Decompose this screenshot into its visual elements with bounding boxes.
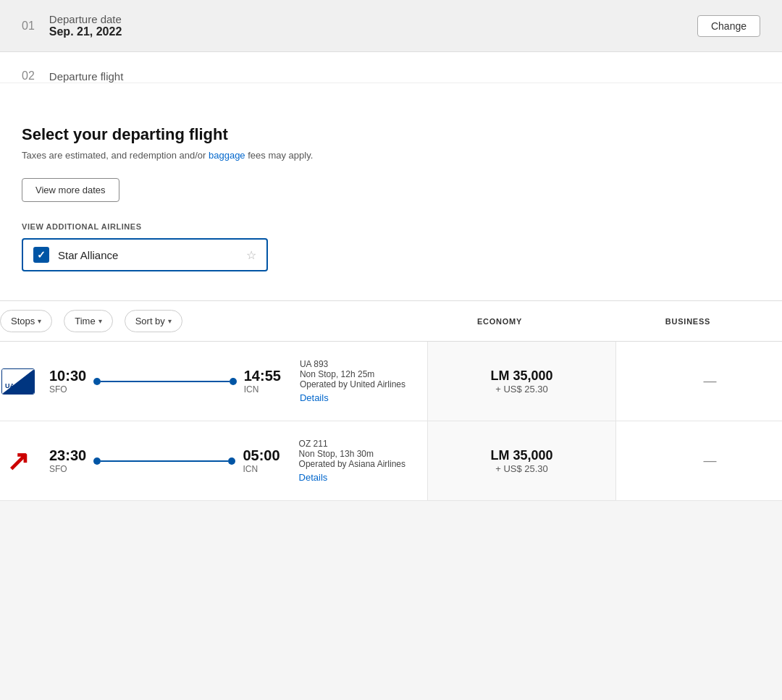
flight-details-block: OZ 211 Non Stop, 13h 30m Operated by Asi… xyxy=(299,439,405,483)
depart-time: 10:30 xyxy=(49,368,86,384)
star-icon[interactable]: ☆ xyxy=(246,248,256,262)
business-price: — xyxy=(704,453,717,468)
table-row: ↗ 23:30 SFO 05:00 ICN OZ 211 Non xyxy=(0,421,782,501)
step02-label: Departure flight xyxy=(49,70,124,83)
arrive-airport: ICN xyxy=(244,384,281,395)
flight-number: UA 893 xyxy=(300,359,405,369)
stops-chevron-icon: ▾ xyxy=(38,317,41,325)
depart-time-block: 23:30 SFO xyxy=(49,447,86,474)
star-alliance-checkbox[interactable] xyxy=(33,247,49,263)
col-header-business: BUSINESS xyxy=(594,317,782,326)
business-cell[interactable]: — xyxy=(615,342,782,421)
svg-text:UA: UA xyxy=(5,382,14,389)
star-alliance-name: Star Alliance xyxy=(58,249,237,261)
view-dates-button[interactable]: View more dates xyxy=(22,178,119,202)
line-dot-right xyxy=(228,457,235,465)
flight-details-block: UA 893 Non Stop, 12h 25m Operated by Uni… xyxy=(300,359,405,403)
business-cell[interactable]: — xyxy=(615,421,782,500)
flight-stop: Non Stop, 13h 30m xyxy=(299,449,405,459)
line-dot-left xyxy=(93,457,101,465)
baggage-link[interactable]: baggage xyxy=(209,150,245,161)
star-alliance-box[interactable]: Star Alliance ☆ xyxy=(22,238,268,271)
step01-section: 01 Departure date Sep. 21, 2022 Change xyxy=(0,0,782,52)
arrive-time: 05:00 xyxy=(243,447,279,464)
sort-chevron-icon: ▾ xyxy=(168,317,172,325)
time-chevron-icon: ▾ xyxy=(98,317,102,325)
depart-time-block: 10:30 SFO xyxy=(49,368,86,395)
flight-number: OZ 211 xyxy=(299,439,405,449)
operated-by: Operated by United Airlines xyxy=(300,379,405,389)
arrive-time-block: 05:00 ICN xyxy=(243,447,279,474)
flights-list: UA 10:30 SFO 14:55 ICN UA 893 xyxy=(0,342,782,501)
economy-cell[interactable]: LM 35,000 + US$ 25.30 xyxy=(427,421,615,500)
flight-line xyxy=(93,457,235,465)
time-filter[interactable]: Time ▾ xyxy=(64,310,112,332)
select-subtitle: Taxes are estimated, and redemption and/… xyxy=(22,150,760,161)
depart-airport: SFO xyxy=(49,464,86,474)
flight-table: Stops ▾ Time ▾ Sort by ▾ ECONOMY BUSINES… xyxy=(0,300,782,501)
stops-filter[interactable]: Stops ▾ xyxy=(0,310,52,332)
line-dot-right xyxy=(230,378,237,385)
line-bar xyxy=(101,381,230,382)
arrive-time: 14:55 xyxy=(244,368,281,384)
details-link[interactable]: Details xyxy=(300,392,405,403)
economy-tax: + US$ 25.30 xyxy=(495,463,548,474)
step02-num: 02 xyxy=(22,69,35,83)
step01-date: Sep. 21, 2022 xyxy=(49,25,122,38)
depart-time: 23:30 xyxy=(49,447,86,464)
airline-logo: ↗ xyxy=(0,447,36,476)
step01-num: 01 xyxy=(22,20,35,33)
line-dot-left xyxy=(93,378,101,385)
depart-airport: SFO xyxy=(49,384,86,395)
economy-cell[interactable]: LM 35,000 + US$ 25.30 xyxy=(427,342,615,421)
col-header-economy: ECONOMY xyxy=(405,317,594,326)
table-row: UA 10:30 SFO 14:55 ICN UA 893 xyxy=(0,342,782,421)
change-button[interactable]: Change xyxy=(697,15,760,37)
line-bar xyxy=(101,460,228,462)
airline-logo-asiana: ↗ xyxy=(0,447,36,476)
business-price: — xyxy=(704,374,717,389)
sort-filter[interactable]: Sort by ▾ xyxy=(125,310,182,332)
flight-line xyxy=(93,378,237,385)
airline-logo-united: UA xyxy=(1,368,35,395)
economy-price: LM 35,000 xyxy=(490,448,552,463)
step01-label: Departure date xyxy=(49,13,122,25)
operated-by: Operated by Asiana Airlines xyxy=(299,459,405,469)
economy-tax: + US$ 25.30 xyxy=(495,384,548,395)
flight-info: UA 10:30 SFO 14:55 ICN UA 893 xyxy=(0,342,427,421)
arrive-time-block: 14:55 ICN xyxy=(244,368,281,395)
arrive-airport: ICN xyxy=(243,464,279,474)
details-link[interactable]: Details xyxy=(299,472,405,483)
main-content: Select your departing flight Taxes are e… xyxy=(0,83,782,300)
flight-stop: Non Stop, 12h 25m xyxy=(300,369,405,379)
select-flight-title: Select your departing flight xyxy=(22,125,760,144)
view-additional-label: VIEW ADDITIONAL AIRLINES xyxy=(22,222,760,231)
flight-info: ↗ 23:30 SFO 05:00 ICN OZ 211 Non xyxy=(0,421,427,500)
airline-logo: UA xyxy=(0,367,36,396)
economy-price: LM 35,000 xyxy=(490,368,552,384)
